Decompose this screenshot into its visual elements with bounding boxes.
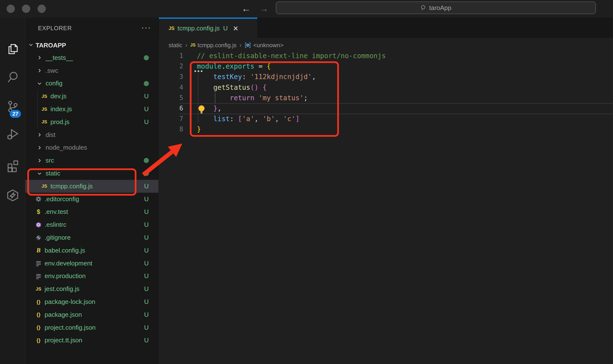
breadcrumb-item[interactable]: JStcmpp.config.js <box>190 42 237 49</box>
untracked-badge: U <box>142 208 151 216</box>
close-window-button[interactable] <box>7 5 15 13</box>
code-line-1: // eslint-disable-next-line import/no-co… <box>197 51 386 61</box>
untracked-badge: U <box>142 234 151 241</box>
file-label: package-lock.json <box>45 298 95 306</box>
zoom-window-button[interactable] <box>38 5 46 13</box>
file-label: project.tt.json <box>45 337 82 344</box>
tree-item-eslintrc[interactable]: .eslintrcU <box>25 218 158 231</box>
tree-item-package-json[interactable]: {}package.jsonU <box>25 308 158 321</box>
tree-item-project-tt-json[interactable]: {}project.tt.jsonU <box>25 334 158 347</box>
tree-item-node-modules[interactable]: node_modules <box>25 141 158 154</box>
file-label: jest.config.js <box>45 285 79 293</box>
chevron-right-icon <box>35 53 44 62</box>
code-line-4: getStatus() { <box>197 82 386 93</box>
file-label: node_modules <box>46 144 87 151</box>
tree-item-env-development[interactable]: env.developmentU <box>25 257 158 270</box>
tree-item-swc[interactable]: .swc <box>25 64 158 77</box>
tree-item-static[interactable]: static <box>25 167 158 180</box>
untracked-badge: U <box>142 118 151 126</box>
activity-source-control-button[interactable]: 27 <box>0 94 25 120</box>
tree-item-prod-js[interactable]: JSprod.jsU <box>25 116 158 129</box>
tree-item-gitignore[interactable]: .gitignoreU <box>25 231 158 244</box>
tree-item-editorconfig[interactable]: .editorconfigU <box>25 193 158 206</box>
js-file-icon: JS <box>40 105 49 114</box>
file-label: babel.config.js <box>45 247 85 254</box>
close-tab-icon[interactable]: × <box>233 24 238 33</box>
tree-item-dist[interactable]: dist <box>25 129 158 141</box>
tab-tcmpp-config[interactable]: JS tcmpp.config.js U × <box>159 17 257 38</box>
file-label: env.development <box>45 260 92 267</box>
code-line-2: module.exports = { <box>197 61 386 72</box>
untracked-badge: U <box>142 105 151 113</box>
tree-item-babel-config-js[interactable]: Bbabel.config.jsU <box>25 244 158 257</box>
activity-extensions-button[interactable] <box>0 153 25 179</box>
line-number: 5 <box>158 93 183 103</box>
file-label: .editorconfig <box>45 195 79 203</box>
command-center-search[interactable]: taroApp <box>276 1 596 14</box>
dollar-file-icon: $ <box>34 208 43 216</box>
tree-item-env-test[interactable]: $.env.testU <box>25 206 158 219</box>
vscode-window: ← → taroApp 27 EXPLORER ··· TAROAPP __te… <box>0 0 613 364</box>
activity-run-debug-button[interactable] <box>0 122 25 147</box>
untracked-badge: U <box>142 260 151 267</box>
chevron-down-icon <box>35 169 44 178</box>
line-numbers-gutter: 12345678 <box>158 51 183 135</box>
breadcrumb-item[interactable]: <unknown> <box>244 42 283 49</box>
tab-strip: JS tcmpp.config.js U × <box>158 17 613 38</box>
line-number: 4 <box>158 82 183 93</box>
navigate-forward-icon[interactable]: → <box>257 0 271 17</box>
source-control-badge: 27 <box>10 110 21 118</box>
minimize-window-button[interactable] <box>22 5 30 13</box>
git-file-icon <box>34 233 43 242</box>
activity-hexagon-tool-button[interactable] <box>0 183 25 208</box>
chevron-right-icon <box>35 143 44 152</box>
code-line-3: testKey: '112kdjncnjdjd', <box>197 72 386 82</box>
activity-explorer-button[interactable] <box>0 37 25 62</box>
explorer-sidebar: EXPLORER ··· TAROAPP __tests__.swcconfig… <box>25 17 158 364</box>
line-number: 8 <box>158 124 183 135</box>
chevron-down-icon <box>28 42 34 48</box>
gear-file-icon <box>34 195 43 203</box>
tree-item-dev-js[interactable]: JSdev.jsU <box>25 90 158 103</box>
braces-file-icon: {} <box>34 298 43 306</box>
modified-dot-badge <box>144 81 149 86</box>
titlebar: ← → taroApp <box>0 0 613 17</box>
activity-search-button[interactable] <box>0 65 25 90</box>
file-label: .gitignore <box>45 234 71 241</box>
chevron-right-icon <box>35 156 44 165</box>
activity-bar: 27 <box>0 17 25 364</box>
braces-file-icon: {} <box>34 336 43 345</box>
list-file-icon <box>34 259 43 268</box>
untracked-badge: U <box>142 337 151 344</box>
tab-label: tcmpp.config.js <box>177 25 220 32</box>
chevron-down-icon <box>35 79 44 88</box>
breadcrumb-separator: › <box>239 41 242 49</box>
tree-item-tests[interactable]: __tests__ <box>25 51 158 64</box>
tree-item-env-production[interactable]: env.productionU <box>25 270 158 283</box>
tree-item-src[interactable]: src <box>25 154 158 167</box>
tree-item-package-lock-json[interactable]: {}package-lock.jsonU <box>25 295 158 308</box>
file-label: env.production <box>45 272 86 280</box>
navigate-back-icon[interactable]: ← <box>239 0 253 17</box>
file-label: src <box>46 157 54 164</box>
tree-item-project-config-json[interactable]: {}project.config.jsonU <box>25 321 158 334</box>
chevron-right-icon <box>35 66 44 75</box>
explorer-more-actions-icon[interactable]: ··· <box>141 17 151 39</box>
file-label: tcmpp.config.js <box>50 182 93 190</box>
tree-item-tcmpp-config-js[interactable]: JStcmpp.config.jsU <box>25 180 158 193</box>
tree-item-index-js[interactable]: JSindex.jsU <box>25 103 158 116</box>
tree-item-jest-config-js[interactable]: JSjest.config.jsU <box>25 283 158 295</box>
code-line-8: } <box>197 124 386 135</box>
code-lines: // eslint-disable-next-line import/no-co… <box>197 51 386 135</box>
js-file-icon: JS <box>34 285 43 293</box>
debug-icon <box>6 127 20 142</box>
untracked-badge: U <box>142 324 151 331</box>
tree-item-root[interactable]: TAROAPP <box>25 39 158 52</box>
untracked-badge: U <box>142 92 151 100</box>
tree-item-config[interactable]: config <box>25 77 158 90</box>
breadcrumb-item[interactable]: static <box>168 42 182 49</box>
line-number: 6 <box>158 103 183 114</box>
root-folder-label: TAROAPP <box>36 42 66 49</box>
untracked-badge: U <box>142 285 151 293</box>
braces-file-icon: {} <box>34 323 43 332</box>
